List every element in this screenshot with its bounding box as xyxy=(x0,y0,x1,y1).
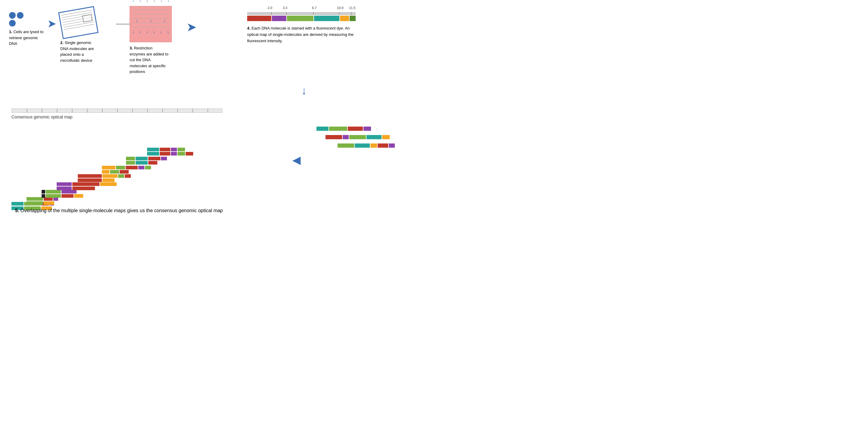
om-row xyxy=(41,190,76,193)
om-seg-purple xyxy=(161,157,167,160)
step4: 2.0 3.3 6.7 10.9 11.5 xyxy=(247,6,355,44)
om-seg-red xyxy=(72,187,95,190)
step2-label: 2. xyxy=(60,40,64,45)
step4-description: Each DNA molecule is stained with a fluo… xyxy=(247,26,353,43)
microfluidic-device xyxy=(58,6,98,39)
om-seg-red xyxy=(61,194,73,198)
om-row xyxy=(41,194,83,198)
om-row xyxy=(102,170,129,174)
arr-down: ↓ xyxy=(139,29,142,34)
arr-down: ↓ xyxy=(139,0,141,3)
step3-label: 3. xyxy=(130,46,133,50)
om-row xyxy=(147,152,193,156)
om-seg-green xyxy=(126,157,135,160)
arr-down: ↓ xyxy=(146,29,149,34)
step4-numbers: 2.0 3.3 6.7 10.9 11.5 xyxy=(247,6,355,12)
step4-text: 4. Each DNA molecule is stained with a f… xyxy=(247,25,355,44)
sm-seg xyxy=(326,135,342,139)
single-mol-area xyxy=(316,127,395,150)
cell-dot xyxy=(9,12,16,19)
om-seg-red xyxy=(126,166,138,169)
arrow-1-to-2: ➤ xyxy=(48,18,56,30)
arrow-5-left: ◀ xyxy=(292,154,301,166)
restriction-arrows-mid: ↓ ↓ ↓ xyxy=(130,18,172,23)
arr-down: ↓ xyxy=(167,29,169,34)
tick xyxy=(147,109,148,113)
om-seg-purple xyxy=(171,148,177,151)
sm-row-2 xyxy=(326,135,395,139)
step5-label: 5. xyxy=(15,208,19,213)
om-seg-black xyxy=(41,190,45,193)
h-line xyxy=(132,14,169,14)
arrow-4-down: ↓ xyxy=(301,84,307,97)
om-seg-red xyxy=(186,152,193,156)
arr-down: ↓ xyxy=(150,18,152,23)
tick xyxy=(208,109,208,113)
om-seg-teal xyxy=(147,148,159,151)
sm-seg xyxy=(364,127,371,131)
step2-description: Single genomic DNA molecules are placed … xyxy=(60,40,94,63)
sm-seg xyxy=(355,144,370,148)
step1-label: 1. xyxy=(9,30,12,34)
om-seg-purple xyxy=(138,166,144,169)
tick xyxy=(117,109,118,113)
main-container: 1. Cells are lysed to retrieve genomic D… xyxy=(0,0,434,217)
sm-seg xyxy=(367,135,381,139)
tick xyxy=(178,109,178,113)
sm-row-3 xyxy=(338,144,395,148)
om-seg-orange xyxy=(102,174,118,178)
tick xyxy=(102,109,102,113)
restriction-box: ↓ ↓ ↓ ↓ ↓ ↓ ↓ ↓ ↓ xyxy=(130,6,172,42)
step3-description: Restriction enzymes are added to cut the… xyxy=(130,46,168,74)
om-seg-teal xyxy=(135,157,148,160)
tick xyxy=(72,109,72,113)
om-row xyxy=(57,182,117,186)
om-row xyxy=(147,148,185,151)
seg-dark-green xyxy=(350,16,355,21)
om-row xyxy=(78,174,131,178)
step5-description: Overlapping of the multiple single-molec… xyxy=(19,208,223,213)
num-6: 6.7 xyxy=(312,6,316,10)
sm-seg xyxy=(370,144,377,148)
num-2: 2.0 xyxy=(268,6,272,10)
tick xyxy=(57,109,57,113)
arr-down: ↓ xyxy=(135,18,138,23)
seg-green xyxy=(287,16,313,21)
arr-down: ↓ xyxy=(153,0,156,3)
dna-segments xyxy=(247,16,355,21)
om-seg-green xyxy=(110,170,119,174)
arr-down: ↓ xyxy=(163,18,166,23)
om-seg-teal xyxy=(135,161,148,164)
num-10: 10.9 xyxy=(337,6,343,10)
om-seg-red xyxy=(160,152,170,156)
sm-seg xyxy=(348,127,363,131)
sm-seg xyxy=(343,135,349,139)
om-seg-red xyxy=(160,148,170,151)
om-seg-orange xyxy=(102,170,110,174)
arr-down: ↓ xyxy=(132,29,135,34)
tick xyxy=(132,109,133,113)
om-row xyxy=(126,161,157,164)
om-row xyxy=(102,166,151,169)
tick xyxy=(162,109,163,113)
tick xyxy=(42,109,42,113)
om-seg-green xyxy=(46,190,61,193)
step1-text: 1. Cells are lysed to retrieve genomic D… xyxy=(9,29,45,47)
arr-down: ↓ xyxy=(160,29,162,34)
om-row xyxy=(57,187,95,190)
cell-dot xyxy=(17,12,24,19)
om-row xyxy=(126,157,167,160)
h-line xyxy=(132,9,169,10)
arr-down: ↓ xyxy=(153,29,156,34)
om-row xyxy=(78,179,115,182)
arr-down: ↓ xyxy=(146,0,148,3)
step2-text: 2. Single genomic DNA molecules are plac… xyxy=(60,40,99,63)
om-seg-purple xyxy=(57,187,72,190)
om-seg-black xyxy=(41,194,45,198)
step1-description: Cells are lysed to retrieve genomic DNA xyxy=(9,30,43,46)
sm-seg xyxy=(389,144,395,148)
seg-orange xyxy=(340,16,349,21)
om-seg-green xyxy=(27,201,43,205)
device-line xyxy=(64,24,94,30)
step5: 5. Overlapping of the multiple single-mo… xyxy=(15,208,223,213)
